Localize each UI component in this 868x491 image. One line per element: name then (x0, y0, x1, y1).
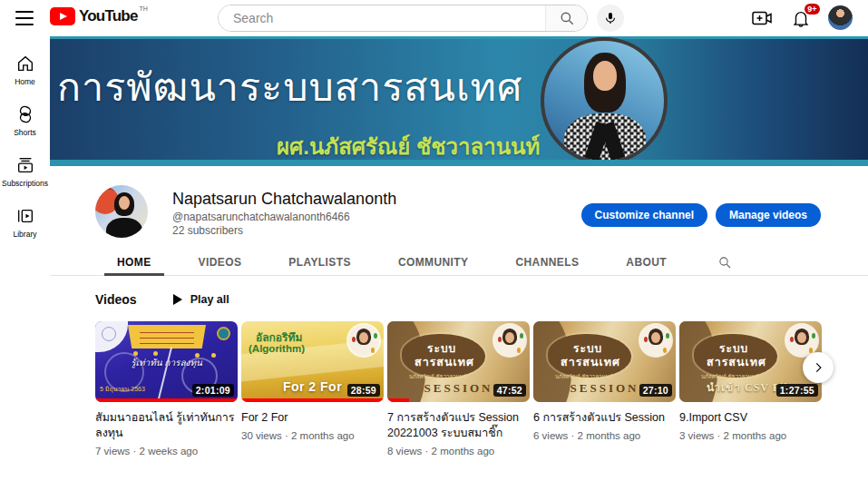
tab-home[interactable]: HOME (93, 249, 175, 275)
video-thumbnail[interactable]: ระบบ สารสนเทศ นภัสศรัณย์ ชัชวาลานนท์ SES… (533, 321, 676, 402)
duration-badge: 47:52 (493, 384, 526, 397)
sidebar-item-subscriptions[interactable]: Subscriptions (0, 152, 50, 191)
watch-progress-bar (95, 398, 238, 402)
videos-section-header: Videos Play all (95, 292, 229, 307)
tab-channels[interactable]: CHANNELS (492, 249, 602, 275)
thumbnail-text: (Algorithm) (249, 343, 305, 354)
duration-badge: 1:27:55 (776, 384, 818, 397)
video-meta: 8 views · 2 months ago (387, 446, 530, 457)
topbar-actions: 9+ (750, 5, 853, 30)
channel-search-button[interactable] (705, 249, 745, 275)
notifications-button[interactable]: 9+ (789, 6, 813, 30)
youtube-channel-page: YouTube TH (0, 0, 868, 491)
thumbnail-lecturer-name: นภัสศรัณย์ ชัชวาลานนท์ (555, 372, 613, 381)
channel-handle: @napatsarunchatchawalanonth6466 (172, 211, 350, 223)
tab-about[interactable]: ABOUT (602, 249, 690, 275)
home-icon (15, 54, 35, 74)
lecturer-photo (786, 325, 817, 356)
channel-action-buttons: Customize channel Manage videos (581, 203, 821, 227)
video-title[interactable]: 9.Import CSV (679, 410, 822, 426)
top-bar: YouTube TH (0, 0, 868, 36)
channel-banner: การพัฒนาระบบสารสนเทศ ผศ.นภัสศรัณย์ ชัชวา… (50, 36, 868, 166)
play-all-label: Play all (190, 293, 229, 306)
create-video-button[interactable] (750, 6, 774, 30)
search-input[interactable] (219, 5, 545, 31)
mini-sidebar: Home Shorts Subscriptions (0, 36, 50, 241)
tab-videos[interactable]: VIDEOS (175, 249, 266, 275)
account-avatar[interactable] (828, 5, 853, 30)
search-icon (559, 10, 575, 26)
video-title[interactable]: สัมมนาออนไลน์ รู้เท่าทันการลงทุน (95, 410, 238, 441)
video-thumbnail[interactable]: รู้เท่าทัน การลงทุน 5 มิถุนายน 2563 2:01… (95, 321, 238, 402)
video-card: อัลกอริทึม (Algorithm) For 2 For 28:59 F… (241, 321, 384, 457)
banner-lecturer-photo (541, 37, 668, 164)
duration-badge: 27:10 (639, 384, 672, 397)
channel-tabs: HOME VIDEOS PLAYLISTS COMMUNITY CHANNELS… (50, 249, 868, 276)
video-thumbnail[interactable]: ระบบ สารสนเทศ นภัสศรัณย์ ชัชวาลานนท์ นำเ… (679, 321, 822, 402)
sidebar-label-home: Home (15, 77, 35, 86)
video-card: รู้เท่าทัน การลงทุน 5 มิถุนายน 2563 2:01… (95, 321, 238, 457)
manage-videos-button[interactable]: Manage videos (716, 203, 821, 227)
shorts-icon (15, 104, 35, 124)
sidebar-item-library[interactable]: Library (0, 203, 50, 241)
thumbnail-date: 5 มิถุนายน 2563 (100, 384, 145, 394)
video-title[interactable]: For 2 For (241, 410, 384, 426)
watch-progress-bar (241, 398, 384, 402)
library-icon (15, 206, 35, 226)
thumbnail-text: สารสนเทศ (707, 353, 766, 371)
play-all-button[interactable]: Play all (173, 293, 229, 306)
search-box (218, 5, 588, 32)
banner-title: การพัฒนาระบบสารสนเทศ (57, 56, 592, 118)
menu-icon[interactable] (15, 11, 34, 25)
play-all-icon (173, 294, 182, 305)
subscriptions-icon (15, 155, 35, 175)
create-video-icon (751, 8, 773, 28)
thumbnail-text: สารสนเทศ (414, 353, 474, 371)
video-card: ระบบ สารสนเทศ นภัสศรัณย์ ชัชวาลานนท์ นำเ… (679, 321, 822, 457)
channel-name: Napatsarun Chatchawalanonth (172, 190, 396, 209)
sidebar-label-library: Library (14, 230, 37, 239)
thumbnail-lecturer-name: นภัสศรัณย์ ชัชวาลานนท์ (409, 372, 467, 381)
youtube-logo-text: YouTube (79, 7, 138, 25)
youtube-logo[interactable]: YouTube TH (50, 7, 148, 25)
video-card: ระบบ สารสนเทศ นภัสศรัณย์ ชัชวาลานนท์ SES… (387, 321, 530, 457)
duration-badge: 28:59 (347, 384, 380, 397)
customize-channel-button[interactable]: Customize channel (581, 203, 707, 227)
mic-icon (603, 11, 618, 25)
watch-progress-bar (387, 398, 409, 402)
banner-subtitle: ผศ.นภัสศรัณย์ ชัชวาลานนท์ (277, 129, 540, 164)
thumbnail-text: รู้เท่าทัน การลงทุน (95, 356, 238, 369)
youtube-country-code: TH (140, 5, 148, 12)
notification-count-badge: 9+ (805, 4, 820, 15)
channel-search-icon (717, 255, 732, 270)
video-card: ระบบ สารสนเทศ นภัสศรัณย์ ชัชวาลานนท์ SES… (533, 321, 676, 457)
chevron-right-icon (812, 361, 824, 374)
lecturer-photo (640, 325, 671, 356)
lecturer-photo (348, 325, 379, 356)
tab-playlists[interactable]: PLAYLISTS (265, 249, 375, 275)
video-card-row: รู้เท่าทัน การลงทุน 5 มิถุนายน 2563 2:01… (95, 321, 822, 457)
video-title[interactable]: 6 การสร้างตัวแปร Session (533, 410, 676, 426)
video-title[interactable]: 7 การสร้างตัวแปร Session 20221003 ระบบสม… (387, 410, 530, 441)
youtube-play-icon (50, 7, 75, 25)
search-area (218, 5, 624, 32)
search-button[interactable] (545, 5, 587, 31)
thumbnail-text: สารสนเทศ (561, 353, 620, 371)
video-meta: 3 views · 2 months ago (679, 430, 822, 441)
video-thumbnail[interactable]: อัลกอริทึม (Algorithm) For 2 For 28:59 (241, 321, 384, 402)
videos-section-title: Videos (95, 292, 137, 307)
channel-subscriber-count: 22 subscribers (172, 224, 243, 237)
carousel-next-button[interactable] (803, 352, 834, 383)
channel-avatar[interactable] (95, 185, 148, 238)
video-meta: 30 views · 2 months ago (241, 430, 384, 441)
duration-badge: 2:01:09 (192, 384, 234, 397)
tab-community[interactable]: COMMUNITY (375, 249, 493, 275)
video-meta: 7 views · 2 weeks ago (95, 446, 238, 457)
sidebar-label-subscriptions: Subscriptions (2, 179, 48, 188)
video-thumbnail[interactable]: ระบบ สารสนเทศ นภัสศรัณย์ ชัชวาลานนท์ SES… (387, 321, 530, 402)
lecturer-photo (494, 325, 525, 356)
mic-button[interactable] (597, 5, 624, 32)
sidebar-item-home[interactable]: Home (0, 51, 50, 89)
video-meta: 6 views · 2 months ago (533, 430, 676, 441)
sidebar-item-shorts[interactable]: Shorts (0, 102, 50, 140)
